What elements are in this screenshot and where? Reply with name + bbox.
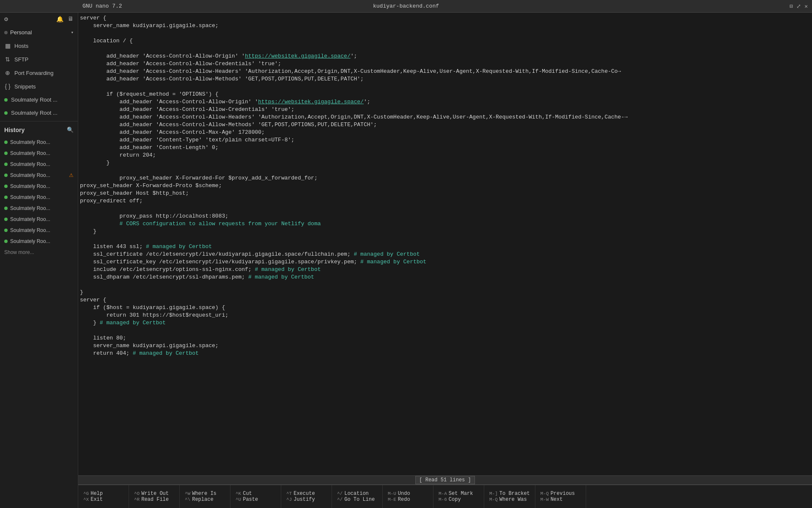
cmd-label2-1: Read File bbox=[141, 497, 169, 502]
editor-content[interactable]: server { server_name kudiyarapi.gigagile… bbox=[78, 13, 812, 475]
cmd-label2-5: Go To Line bbox=[344, 497, 375, 502]
history-search-icon[interactable]: 🔍 bbox=[67, 127, 74, 133]
history-dot-9 bbox=[4, 240, 8, 243]
cmd-key2-1: ^R bbox=[134, 497, 140, 502]
maximize-icon[interactable]: ⤢ bbox=[796, 3, 801, 10]
history-item-3[interactable]: Soulmately Roo...⚠ bbox=[0, 170, 78, 181]
soulmately1-label: Soulmately Root ... bbox=[11, 97, 58, 103]
history-item-7[interactable]: Soulmately Roo... bbox=[0, 214, 78, 225]
cmd-label1-7: Set Mark bbox=[449, 491, 473, 497]
history-item-label-4: Soulmately Roo... bbox=[10, 183, 74, 189]
cmd-key1-0: ^G bbox=[83, 491, 89, 496]
history-item-9[interactable]: Soulmately Roo... bbox=[0, 236, 78, 247]
bottom-cmd-row1-3: ^KCut bbox=[236, 491, 276, 497]
bottom-cmd-5[interactable]: ^/Location^/Go To Line bbox=[332, 485, 383, 508]
code-line: server_name kudiyarapi.gigagile.space; bbox=[78, 342, 812, 350]
close-icon[interactable]: ✕ bbox=[804, 3, 808, 10]
code-line: # CORS configuration to allow requests f… bbox=[78, 220, 812, 228]
code-line: server_name kudiyarapi.gigagile.space; bbox=[78, 22, 812, 30]
history-item-6[interactable]: Soulmately Roo... bbox=[0, 203, 78, 214]
bottom-cmd-row2-9: M-WNext bbox=[540, 497, 581, 502]
bottom-cmd-row2-4: ^JJustify bbox=[286, 497, 326, 502]
cmd-label2-8: Where Was bbox=[499, 497, 527, 502]
bottom-cmd-row1-6: M-UUndo bbox=[388, 491, 428, 497]
code-line: add_header 'Content-Length' 0; bbox=[78, 144, 812, 152]
nano-version: GNU nano 7.2 bbox=[82, 3, 122, 9]
cmd-label2-6: Redo bbox=[398, 497, 410, 502]
code-line bbox=[78, 205, 812, 213]
history-item-label-6: Soulmately Roo... bbox=[10, 205, 74, 211]
sidebar-item-hosts[interactable]: ▦ Hosts bbox=[0, 39, 78, 52]
code-line bbox=[78, 167, 812, 174]
minimize-icon[interactable]: ⊟ bbox=[790, 3, 793, 10]
cmd-key2-4: ^J bbox=[286, 497, 292, 502]
history-item-4[interactable]: Soulmately Roo... bbox=[0, 181, 78, 192]
sidebar-item-sftp[interactable]: ⇅ SFTP bbox=[0, 52, 78, 66]
bottom-cmd-0[interactable]: ^GHelp^XExit bbox=[78, 485, 129, 508]
screen-icon[interactable]: 🖥 bbox=[68, 16, 74, 23]
history-item-label-8: Soulmately Roo... bbox=[10, 227, 74, 233]
cmd-label1-8: To Bracket bbox=[499, 491, 530, 497]
bottom-cmd-7[interactable]: M-ASet MarkM-6Copy bbox=[433, 485, 484, 508]
bell-icon[interactable]: 🔔 bbox=[56, 16, 63, 23]
cmd-key2-2: ^\ bbox=[185, 497, 190, 502]
history-item-2[interactable]: Soulmately Roo... bbox=[0, 159, 78, 170]
bottom-cmd-row2-7: M-6Copy bbox=[439, 497, 479, 502]
bottom-cmd-8[interactable]: M-]To BracketM-QWhere Was bbox=[484, 485, 535, 508]
code-line: return 404; # managed by Certbot bbox=[78, 350, 812, 357]
cmd-key1-7: M-A bbox=[439, 491, 447, 496]
code-line: listen 443 ssl; # managed by Certbot bbox=[78, 243, 812, 251]
bottom-cmd-1[interactable]: ^OWrite Out^RRead File bbox=[129, 485, 180, 508]
show-more[interactable]: Show more... bbox=[0, 247, 78, 258]
snippets-label: Snippets bbox=[14, 83, 36, 90]
code-line: add_header 'Access-Control-Allow-Origin'… bbox=[78, 98, 812, 106]
code-line: proxy_pass http://localhost:8083; bbox=[78, 213, 812, 220]
code-line: proxy_set_header Host $http_host; bbox=[78, 190, 812, 197]
cmd-label1-5: Location bbox=[344, 491, 369, 497]
bottom-cmd-row2-8: M-QWhere Was bbox=[489, 497, 530, 502]
history-item-1[interactable]: Soulmately Roo... bbox=[0, 148, 78, 159]
sidebar-item-port-forwarding[interactable]: ⊕ Port Forwarding bbox=[0, 66, 78, 80]
bottom-cmd-6[interactable]: M-UUndoM-ERedo bbox=[383, 485, 433, 508]
bottom-cmd-row1-7: M-ASet Mark bbox=[439, 491, 479, 497]
code-line: proxy_set_header X-Forwarded-Proto $sche… bbox=[78, 182, 812, 190]
history-item-5[interactable]: Soulmately Roo... bbox=[0, 192, 78, 203]
code-line: add_header 'Access-Control-Allow-Headers… bbox=[78, 68, 812, 75]
code-line: } bbox=[78, 159, 812, 167]
personal-dot bbox=[4, 31, 8, 34]
gear-icon[interactable]: ⚙ bbox=[4, 15, 8, 23]
cmd-label2-9: Next bbox=[551, 497, 563, 502]
bottom-cmd-9[interactable]: M-QPreviousM-WNext bbox=[535, 485, 586, 508]
bottom-cmd-row2-3: ^UPaste bbox=[236, 497, 276, 502]
cmd-label1-9: Previous bbox=[551, 491, 575, 497]
sidebar-personal-header[interactable]: Personal ▾ bbox=[0, 26, 78, 39]
history-item-8[interactable]: Soulmately Roo... bbox=[0, 225, 78, 236]
personal-chevron-icon: ▾ bbox=[71, 30, 74, 35]
sftp-label: SFTP bbox=[14, 56, 28, 63]
history-dot-0 bbox=[4, 141, 8, 144]
code-line: if ($request_method = 'OPTIONS') { bbox=[78, 91, 812, 98]
sidebar-item-snippets[interactable]: { } Snippets bbox=[0, 80, 78, 93]
sidebar-item-soulmately-1[interactable]: Soulmately Root ... bbox=[0, 93, 78, 106]
bottom-cmd-row1-0: ^GHelp bbox=[83, 491, 123, 497]
history-dot-2 bbox=[4, 163, 8, 166]
bottom-cmd-row1-1: ^OWrite Out bbox=[134, 491, 174, 497]
soulmately1-dot bbox=[4, 98, 8, 102]
code-line bbox=[78, 235, 812, 243]
history-item-label-0: Soulmately Roo... bbox=[10, 139, 74, 145]
cmd-label2-4: Justify bbox=[294, 497, 315, 502]
sidebar-item-soulmately-2[interactable]: Soulmately Root ... bbox=[0, 106, 78, 119]
cmd-key2-5: ^/ bbox=[337, 497, 343, 502]
code-line: add_header 'Access-Control-Allow-Headers… bbox=[78, 113, 812, 121]
bottom-cmd-2[interactable]: ^WWhere Is^\Replace bbox=[180, 485, 230, 508]
bottom-cmd-row2-1: ^RRead File bbox=[134, 497, 174, 502]
code-line: add_header 'Access-Control-Allow-Origin'… bbox=[78, 52, 812, 60]
history-dot-6 bbox=[4, 207, 8, 210]
code-line: return 301 https://$host$request_uri; bbox=[78, 312, 812, 319]
bottom-cmd-3[interactable]: ^KCut^UPaste bbox=[230, 485, 281, 508]
port-forwarding-label: Port Forwarding bbox=[14, 70, 53, 76]
bottom-cmd-row1-5: ^/Location bbox=[337, 491, 377, 497]
code-line: ssl_dhparam /etc/letsencrypt/ssl-dhparam… bbox=[78, 273, 812, 281]
history-item-0[interactable]: Soulmately Roo... bbox=[0, 137, 78, 148]
bottom-cmd-4[interactable]: ^TExecute^JJustify bbox=[281, 485, 332, 508]
